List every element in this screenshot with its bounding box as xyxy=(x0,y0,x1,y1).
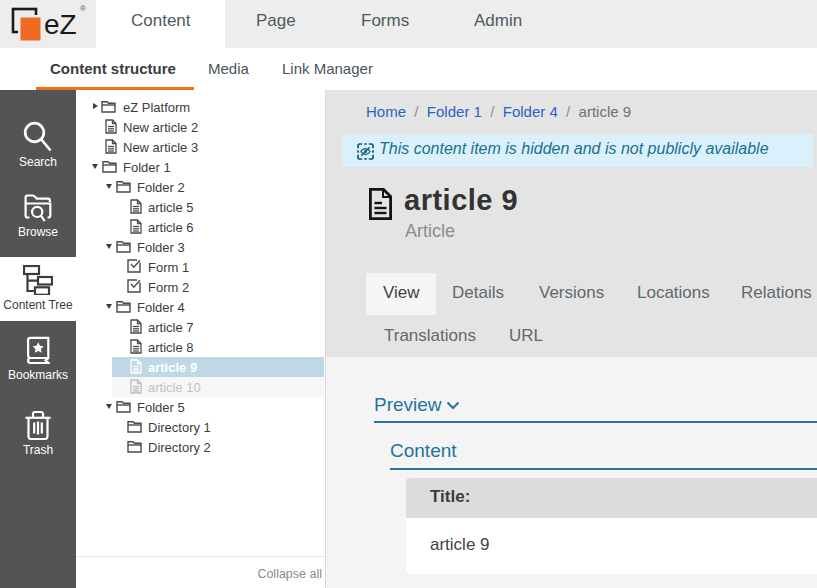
svg-text:®: ® xyxy=(80,4,86,13)
svg-text:eZ: eZ xyxy=(44,9,77,40)
